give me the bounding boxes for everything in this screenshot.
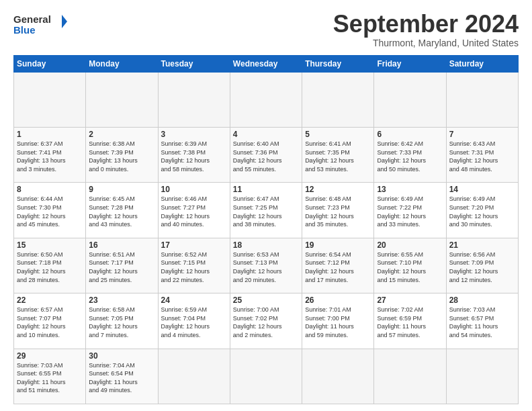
table-row xyxy=(86,72,158,127)
day-info: Sunrise: 6:40 AM Sunset: 7:36 PM Dayligh… xyxy=(233,140,299,173)
day-number: 28 xyxy=(449,295,515,305)
table-row: 3Sunrise: 6:39 AM Sunset: 7:38 PM Daylig… xyxy=(158,127,230,182)
col-thursday: Thursday xyxy=(302,55,374,72)
table-row xyxy=(302,72,374,127)
day-number: 30 xyxy=(89,351,154,361)
location-title: Thurmont, Maryland, United States xyxy=(333,38,519,48)
table-row: 5Sunrise: 6:41 AM Sunset: 7:35 PM Daylig… xyxy=(302,127,374,182)
day-number: 24 xyxy=(161,295,227,305)
table-row xyxy=(374,349,446,404)
header: General Blue September 2024 Thurmont, Ma… xyxy=(13,11,519,48)
col-saturday: Saturday xyxy=(446,55,518,72)
day-info: Sunrise: 6:42 AM Sunset: 7:33 PM Dayligh… xyxy=(377,140,443,173)
table-row: 17Sunrise: 6:52 AM Sunset: 7:15 PM Dayli… xyxy=(158,238,230,293)
day-number: 6 xyxy=(377,130,443,139)
table-row: 22Sunrise: 6:57 AM Sunset: 7:07 PM Dayli… xyxy=(14,293,86,349)
table-row: 26Sunrise: 7:01 AM Sunset: 7:00 PM Dayli… xyxy=(302,293,374,349)
day-number: 17 xyxy=(161,240,227,250)
day-number: 14 xyxy=(449,185,515,194)
svg-text:Blue: Blue xyxy=(13,24,36,36)
day-info: Sunrise: 6:57 AM Sunset: 7:07 PM Dayligh… xyxy=(17,306,83,339)
calendar-row xyxy=(14,72,519,127)
day-number: 4 xyxy=(233,130,299,139)
table-row xyxy=(374,72,446,127)
day-info: Sunrise: 7:03 AM Sunset: 6:57 PM Dayligh… xyxy=(449,306,515,339)
table-row: 29Sunrise: 7:03 AM Sunset: 6:55 PM Dayli… xyxy=(14,349,86,404)
day-info: Sunrise: 6:45 AM Sunset: 7:28 PM Dayligh… xyxy=(89,195,154,228)
title-block: September 2024 Thurmont, Maryland, Unite… xyxy=(333,11,519,48)
logo: General Blue xyxy=(13,11,67,38)
table-row: 12Sunrise: 6:48 AM Sunset: 7:23 PM Dayli… xyxy=(302,183,374,238)
day-number: 26 xyxy=(305,295,371,305)
day-info: Sunrise: 6:41 AM Sunset: 7:35 PM Dayligh… xyxy=(305,140,371,173)
svg-marker-2 xyxy=(62,15,67,28)
table-row: 28Sunrise: 7:03 AM Sunset: 6:57 PM Dayli… xyxy=(446,293,518,349)
table-row: 21Sunrise: 6:56 AM Sunset: 7:09 PM Dayli… xyxy=(446,238,518,293)
day-info: Sunrise: 7:02 AM Sunset: 6:59 PM Dayligh… xyxy=(377,306,443,339)
table-row xyxy=(230,72,302,127)
table-row: 23Sunrise: 6:58 AM Sunset: 7:05 PM Dayli… xyxy=(86,293,158,349)
day-info: Sunrise: 6:49 AM Sunset: 7:20 PM Dayligh… xyxy=(449,195,515,228)
day-info: Sunrise: 6:39 AM Sunset: 7:38 PM Dayligh… xyxy=(161,140,227,173)
table-row: 16Sunrise: 6:51 AM Sunset: 7:17 PM Dayli… xyxy=(86,238,158,293)
day-info: Sunrise: 6:49 AM Sunset: 7:22 PM Dayligh… xyxy=(377,195,443,228)
table-row: 2Sunrise: 6:38 AM Sunset: 7:39 PM Daylig… xyxy=(86,127,158,182)
table-row: 15Sunrise: 6:50 AM Sunset: 7:18 PM Dayli… xyxy=(14,238,86,293)
day-info: Sunrise: 6:53 AM Sunset: 7:13 PM Dayligh… xyxy=(233,250,299,284)
table-row: 11Sunrise: 6:47 AM Sunset: 7:25 PM Dayli… xyxy=(230,183,302,238)
table-row: 1Sunrise: 6:37 AM Sunset: 7:41 PM Daylig… xyxy=(14,127,86,182)
table-row xyxy=(446,349,518,404)
table-row: 13Sunrise: 6:49 AM Sunset: 7:22 PM Dayli… xyxy=(374,183,446,238)
calendar-row: 8Sunrise: 6:44 AM Sunset: 7:30 PM Daylig… xyxy=(14,183,519,238)
day-info: Sunrise: 6:48 AM Sunset: 7:23 PM Dayligh… xyxy=(305,195,371,228)
day-number: 9 xyxy=(89,185,154,194)
day-number: 3 xyxy=(161,130,227,139)
table-row xyxy=(158,349,230,404)
logo-svg: General Blue xyxy=(13,11,67,38)
day-info: Sunrise: 6:43 AM Sunset: 7:31 PM Dayligh… xyxy=(449,140,515,173)
day-number: 16 xyxy=(89,240,154,250)
calendar-row: 22Sunrise: 6:57 AM Sunset: 7:07 PM Dayli… xyxy=(14,293,519,349)
day-info: Sunrise: 7:03 AM Sunset: 6:55 PM Dayligh… xyxy=(17,361,83,395)
day-number: 18 xyxy=(233,240,299,250)
calendar-row: 15Sunrise: 6:50 AM Sunset: 7:18 PM Dayli… xyxy=(14,238,519,293)
day-info: Sunrise: 6:47 AM Sunset: 7:25 PM Dayligh… xyxy=(233,195,299,228)
day-info: Sunrise: 6:59 AM Sunset: 7:04 PM Dayligh… xyxy=(161,306,227,339)
table-row xyxy=(230,349,302,404)
calendar-row: 1Sunrise: 6:37 AM Sunset: 7:41 PM Daylig… xyxy=(14,127,519,182)
table-row: 24Sunrise: 6:59 AM Sunset: 7:04 PM Dayli… xyxy=(158,293,230,349)
day-info: Sunrise: 6:58 AM Sunset: 7:05 PM Dayligh… xyxy=(89,306,154,339)
day-number: 1 xyxy=(17,130,83,139)
day-number: 25 xyxy=(233,295,299,305)
table-row: 27Sunrise: 7:02 AM Sunset: 6:59 PM Dayli… xyxy=(374,293,446,349)
day-number: 19 xyxy=(305,240,371,250)
table-row: 18Sunrise: 6:53 AM Sunset: 7:13 PM Dayli… xyxy=(230,238,302,293)
day-number: 15 xyxy=(17,240,83,250)
day-number: 29 xyxy=(17,351,83,361)
day-number: 27 xyxy=(377,295,443,305)
day-number: 2 xyxy=(89,130,154,139)
table-row: 20Sunrise: 6:55 AM Sunset: 7:10 PM Dayli… xyxy=(374,238,446,293)
table-row: 10Sunrise: 6:46 AM Sunset: 7:27 PM Dayli… xyxy=(158,183,230,238)
day-info: Sunrise: 6:44 AM Sunset: 7:30 PM Dayligh… xyxy=(17,195,83,228)
day-info: Sunrise: 6:56 AM Sunset: 7:09 PM Dayligh… xyxy=(449,250,515,284)
day-info: Sunrise: 7:01 AM Sunset: 7:00 PM Dayligh… xyxy=(305,306,371,339)
day-number: 5 xyxy=(305,130,371,139)
col-tuesday: Tuesday xyxy=(158,55,230,72)
day-info: Sunrise: 7:04 AM Sunset: 6:54 PM Dayligh… xyxy=(89,361,154,395)
day-number: 12 xyxy=(305,185,371,194)
table-row xyxy=(14,72,86,127)
calendar-header-row: Sunday Monday Tuesday Wednesday Thursday… xyxy=(14,55,519,72)
day-info: Sunrise: 6:51 AM Sunset: 7:17 PM Dayligh… xyxy=(89,250,154,284)
day-info: Sunrise: 6:50 AM Sunset: 7:18 PM Dayligh… xyxy=(17,250,83,284)
day-number: 8 xyxy=(17,185,83,194)
day-info: Sunrise: 6:55 AM Sunset: 7:10 PM Dayligh… xyxy=(377,250,443,284)
col-sunday: Sunday xyxy=(14,55,86,72)
day-info: Sunrise: 7:00 AM Sunset: 7:02 PM Dayligh… xyxy=(233,306,299,339)
page: General Blue September 2024 Thurmont, Ma… xyxy=(0,0,532,411)
col-wednesday: Wednesday xyxy=(230,55,302,72)
table-row: 6Sunrise: 6:42 AM Sunset: 7:33 PM Daylig… xyxy=(374,127,446,182)
day-info: Sunrise: 6:38 AM Sunset: 7:39 PM Dayligh… xyxy=(89,140,154,173)
calendar-row: 29Sunrise: 7:03 AM Sunset: 6:55 PM Dayli… xyxy=(14,349,519,404)
table-row: 14Sunrise: 6:49 AM Sunset: 7:20 PM Dayli… xyxy=(446,183,518,238)
